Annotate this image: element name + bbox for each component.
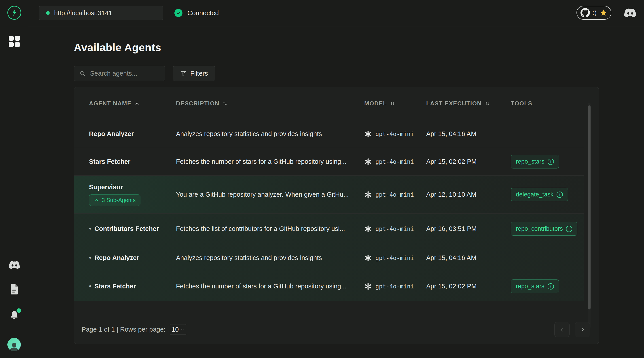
chevron-up-icon (94, 197, 99, 203)
dashboard-grid-icon[interactable] (9, 36, 20, 47)
chevron-left-icon (559, 326, 565, 333)
info-icon[interactable]: i (548, 159, 554, 165)
info-icon[interactable]: i (556, 192, 563, 198)
topbar-discord-icon[interactable] (624, 9, 636, 18)
connection-status-label: Connected (188, 10, 219, 17)
sort-both-icon (484, 101, 490, 107)
agents-table-card: AGENT NAME DESCRIPTION MODEL LAST EXECUT… (74, 87, 599, 344)
agent-name: Contributors Fetcher (94, 225, 159, 232)
model-name: gpt-4o-mini (376, 283, 414, 290)
subagent-bullet: • (89, 283, 91, 290)
server-url-field[interactable]: http://localhost:3141 (39, 6, 163, 20)
tool-badge[interactable]: repo_stars i (511, 155, 559, 168)
openai-icon (364, 225, 372, 233)
subagents-label: 3 Sub-Agents (102, 197, 136, 203)
table-scrollbar-thumb[interactable] (588, 105, 590, 309)
sidebar-logs-icon[interactable] (0, 284, 28, 295)
last-execution: Apr 15, 04:16 AM (426, 254, 511, 262)
model-name: gpt-4o-mini (376, 255, 414, 261)
chevron-right-icon (580, 326, 586, 333)
agent-description: Analyzes repository statistics and provi… (176, 254, 364, 262)
agent-description: Fetches the number of stars for a GitHub… (176, 283, 364, 290)
github-smiley-label: :) (592, 10, 597, 16)
user-avatar[interactable] (8, 338, 21, 351)
server-url: http://localhost:3141 (54, 10, 112, 17)
table-row-subagent[interactable]: •Stars Fetcher Fetches the number of sta… (74, 272, 584, 301)
search-icon (80, 70, 86, 77)
table-row[interactable]: Repo Analyzer Analyzes repository statis… (74, 120, 584, 148)
sidebar-notifications-icon[interactable] (0, 310, 28, 321)
github-star-button[interactable]: :) (576, 6, 612, 20)
subagent-bullet: • (89, 254, 91, 262)
last-execution: Apr 15, 02:02 PM (426, 158, 511, 165)
github-icon (580, 8, 590, 18)
sidebar-discord-icon[interactable] (0, 261, 28, 269)
openai-icon (364, 283, 372, 290)
model-name: gpt-4o-mini (376, 191, 414, 198)
app-logo[interactable] (8, 6, 21, 20)
tool-name: delegate_task (516, 191, 554, 198)
agent-name: Repo Analyzer (74, 130, 176, 138)
pagination-summary: Page 1 of 1 | Rows per page: (82, 326, 166, 333)
rows-per-page-value: 10 (172, 326, 179, 333)
agent-name: Stars Fetcher (94, 283, 136, 290)
tool-badge[interactable]: repo_stars i (511, 279, 559, 293)
table-row-supervisor[interactable]: Supervisor 3 Sub-Agents You are a GitHub… (74, 176, 584, 214)
agent-description: Fetches the list of contributors for a G… (176, 225, 364, 232)
sidebar-divider (0, 335, 28, 335)
sidebar (0, 0, 28, 358)
chevron-down-icon (180, 327, 184, 331)
table-row-subagent[interactable]: •Contributors Fetcher Fetches the list o… (74, 214, 584, 244)
tool-name: repo_stars (516, 283, 544, 290)
tool-badge[interactable]: repo_contributors i (511, 222, 577, 236)
tool-name: repo_contributors (516, 225, 563, 232)
server-status-dot (46, 11, 50, 15)
sort-both-icon (222, 101, 228, 107)
agent-description: You are a GitHub repository analyzer. Wh… (176, 191, 364, 198)
main-content: Available Agents Filters AGENT NAME DESC… (28, 27, 644, 358)
last-execution: Apr 15, 04:16 AM (426, 130, 511, 138)
info-icon[interactable]: i (566, 226, 572, 232)
openai-icon (364, 158, 372, 166)
model-name: gpt-4o-mini (376, 131, 414, 137)
last-execution: Apr 15, 02:02 PM (426, 283, 511, 290)
last-execution: Apr 16, 03:51 PM (426, 225, 511, 232)
sort-both-icon (390, 101, 395, 107)
lightning-bolt-icon (10, 9, 18, 17)
table-row[interactable]: Stars Fetcher Fetches the number of star… (74, 148, 584, 176)
next-page-button[interactable] (575, 322, 590, 337)
openai-icon (364, 191, 372, 198)
sort-asc-icon (134, 101, 140, 107)
connection-status: Connected (174, 6, 219, 20)
agent-description: Analyzes repository statistics and provi… (176, 130, 364, 138)
last-execution: Apr 12, 10:10 AM (426, 191, 511, 198)
search-input[interactable] (90, 70, 160, 77)
table-header-row: AGENT NAME DESCRIPTION MODEL LAST EXECUT… (74, 87, 584, 120)
connected-check-icon (174, 9, 182, 17)
column-agent-name[interactable]: AGENT NAME (74, 100, 176, 107)
page-title: Available Agents (74, 41, 161, 54)
table-scrollbar-track (588, 103, 590, 329)
filters-button[interactable]: Filters (173, 66, 215, 81)
tool-badge[interactable]: delegate_task i (511, 188, 568, 201)
subagents-toggle[interactable]: 3 Sub-Agents (89, 194, 140, 206)
column-tools: TOOLS (511, 100, 584, 107)
openai-icon (364, 254, 372, 262)
agent-description: Fetches the number of stars for a GitHub… (176, 158, 364, 165)
previous-page-button[interactable] (554, 322, 570, 337)
agent-name: Repo Analyzer (94, 254, 139, 262)
tool-name: repo_stars (516, 158, 544, 165)
info-icon[interactable]: i (548, 283, 554, 289)
column-description[interactable]: DESCRIPTION (176, 100, 364, 107)
top-bar: http://localhost:3141 Connected :) (28, 0, 644, 27)
table-row-subagent[interactable]: •Repo Analyzer Analyzes repository stati… (74, 244, 584, 272)
rows-per-page-select[interactable]: 10 (168, 324, 188, 335)
column-model[interactable]: MODEL (364, 100, 426, 107)
agent-name: Supervisor (89, 183, 123, 191)
subagent-bullet: • (89, 225, 91, 232)
filter-funnel-icon (180, 70, 187, 77)
column-last-execution[interactable]: LAST EXECUTION (426, 100, 511, 107)
star-icon (600, 9, 607, 17)
notification-badge (16, 308, 21, 313)
openai-icon (364, 130, 372, 138)
